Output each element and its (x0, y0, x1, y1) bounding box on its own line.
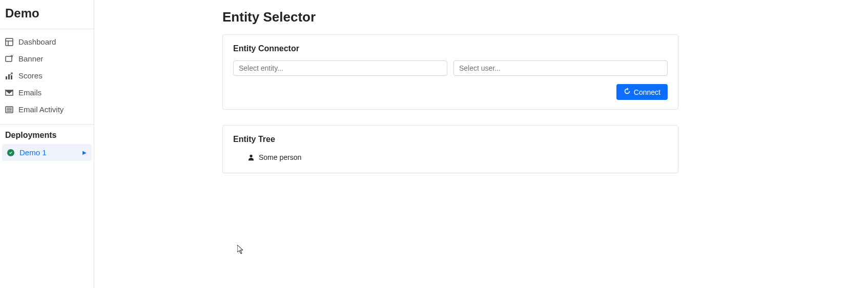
dashboard-icon (5, 38, 13, 46)
nav-item-scores[interactable]: Scores (0, 67, 94, 84)
connect-button[interactable]: Connect (616, 84, 668, 100)
nav-item-banner[interactable]: Banner (0, 50, 94, 67)
tree-item[interactable]: Some person (233, 151, 668, 163)
deployment-label: Demo 1 (19, 148, 47, 157)
deployment-item-demo1[interactable]: Demo 1 ▶ (2, 144, 92, 161)
check-circle-icon (7, 149, 14, 156)
select-entity-input[interactable]: Select entity... (233, 60, 447, 76)
nav-item-emails[interactable]: Emails (0, 84, 94, 101)
scores-icon (5, 72, 13, 80)
entity-tree-card: Entity Tree Some person (222, 125, 678, 173)
nav-label: Dashboard (18, 37, 56, 46)
connector-title: Entity Connector (233, 44, 668, 53)
svg-rect-3 (6, 56, 12, 61)
page-title: Entity Selector (222, 9, 678, 25)
refresh-icon (624, 88, 631, 96)
brand-title: Demo (0, 0, 94, 29)
svg-rect-4 (6, 76, 7, 79)
entity-connector-card: Entity Connector Select entity... Select… (222, 34, 678, 110)
person-icon (247, 154, 255, 161)
sidebar: Demo Dashboard Banner Scores Emails (0, 0, 94, 288)
emails-icon (5, 89, 13, 97)
nav-label: Emails (18, 88, 42, 97)
nav-item-dashboard[interactable]: Dashboard (0, 33, 94, 50)
svg-point-11 (250, 155, 252, 157)
banner-icon (5, 55, 13, 63)
tree-title: Entity Tree (233, 135, 668, 144)
connect-label: Connect (634, 88, 660, 96)
deployments-header: Deployments (0, 124, 94, 143)
main-nav: Dashboard Banner Scores Emails Email Act… (0, 29, 94, 122)
main-content: Entity Selector Entity Connector Select … (94, 0, 868, 288)
svg-rect-6 (11, 75, 12, 79)
nav-label: Scores (18, 71, 43, 80)
svg-rect-0 (6, 38, 13, 46)
nav-label: Email Activity (18, 105, 64, 114)
chevron-right-icon: ▶ (82, 150, 87, 155)
activity-icon (5, 106, 13, 114)
select-user-input[interactable]: Select user... (453, 60, 668, 76)
nav-label: Banner (18, 54, 43, 63)
tree-item-label: Some person (259, 153, 301, 161)
svg-rect-5 (8, 74, 10, 79)
nav-item-email-activity[interactable]: Email Activity (0, 101, 94, 118)
